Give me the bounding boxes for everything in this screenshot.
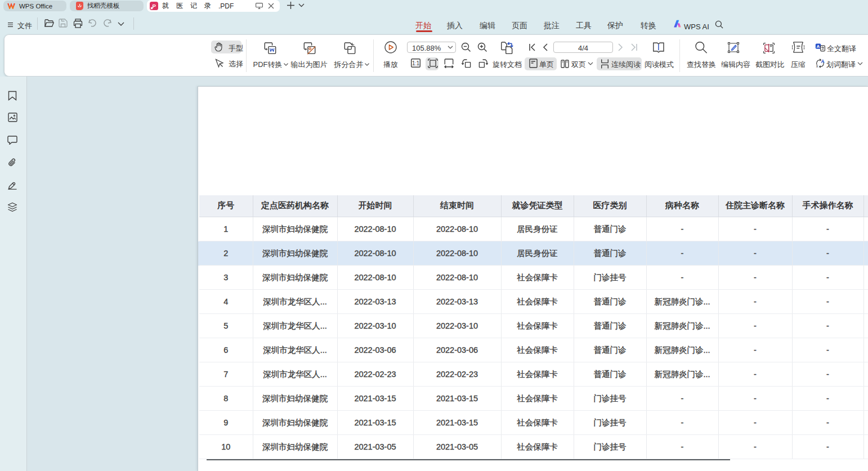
svg-text:1: 1 bbox=[416, 60, 419, 66]
svg-text:P: P bbox=[152, 3, 156, 9]
svg-text:x: x bbox=[816, 64, 818, 68]
svg-text:A: A bbox=[821, 59, 824, 64]
svg-text:A: A bbox=[817, 44, 820, 49]
